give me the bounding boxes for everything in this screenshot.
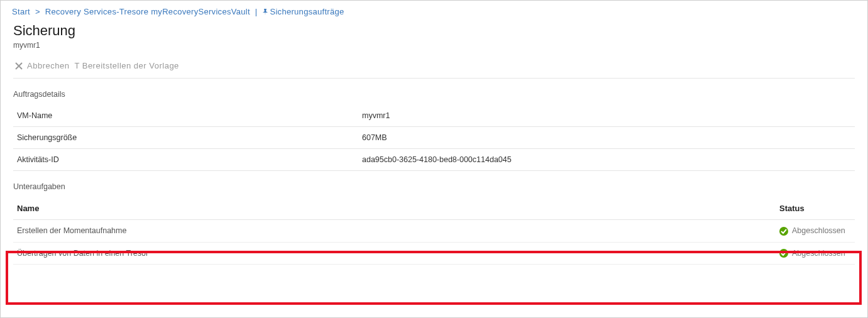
subtasks-col-status[interactable]: Status <box>776 197 855 220</box>
subtask-status-label: Abgeschlossen <box>792 249 845 258</box>
breadcrumb-sep: > <box>34 7 41 16</box>
subtasks-heading: Unteraufgaben <box>13 182 855 191</box>
job-details-value: 607MB <box>358 127 855 149</box>
breadcrumb-item-jobs[interactable]: Sicherungsaufträge <box>261 7 345 16</box>
subtask-status-label: Abgeschlossen <box>792 226 845 235</box>
subtasks-header-row: Name Status <box>13 197 855 220</box>
subtask-name: Übertragen von Daten in einen Tresor <box>13 242 776 265</box>
subtask-row[interactable]: Erstellen der Momentaufnahme Abgeschloss… <box>13 220 855 243</box>
job-details-table: VM-Namemyvmr1 Sicherungsgröße607MB Aktiv… <box>13 105 855 171</box>
job-details-value: myvmr1 <box>358 105 855 127</box>
close-icon <box>14 62 23 70</box>
page-frame: Start > Recovery Services-TresoremyRecov… <box>0 0 868 318</box>
cancel-button-label: Abbrechen <box>27 61 69 70</box>
success-check-icon <box>779 227 788 236</box>
pin-icon <box>262 9 268 15</box>
subtask-status-cell: Abgeschlossen <box>776 242 855 265</box>
cancel-button[interactable]: Abbrechen <box>14 61 69 70</box>
job-details-key: Sicherungsgröße <box>13 127 358 149</box>
subtask-name: Erstellen der Momentaufnahme <box>13 220 776 243</box>
breadcrumb-item-start[interactable]: Start <box>11 7 31 16</box>
page-title: Sicherung <box>13 23 855 39</box>
job-details-row: Aktivitäts-IDada95cb0-3625-4180-bed8-000… <box>13 149 855 171</box>
deploy-template-button[interactable]: T Bereitstellen der Vorlage <box>74 61 179 70</box>
breadcrumb: Start > Recovery Services-TresoremyRecov… <box>11 7 855 16</box>
job-details-row: Sicherungsgröße607MB <box>13 127 855 149</box>
subtask-status-cell: Abgeschlossen <box>776 220 855 243</box>
success-check-icon <box>779 249 788 258</box>
breadcrumb-item-vault-name[interactable]: myRecoveryServicesVault <box>150 7 251 16</box>
job-details-value: ada95cb0-3625-4180-bed8-000c114da045 <box>358 149 855 171</box>
subtask-row[interactable]: Übertragen von Daten in einen Tresor Abg… <box>13 242 855 265</box>
breadcrumb-item-vaults[interactable]: Recovery Services-Tresore <box>44 7 150 16</box>
job-details-key: Aktivitäts-ID <box>13 149 358 171</box>
command-bar: Abbrechen T Bereitstellen der Vorlage <box>13 61 855 79</box>
subtasks-col-name[interactable]: Name <box>13 197 776 220</box>
job-details-key: VM-Name <box>13 105 358 127</box>
job-details-heading: Auftragsdetails <box>13 90 855 99</box>
page-subtitle: myvmr1 <box>13 41 855 50</box>
subtasks-table: Name Status Erstellen der Momentaufnahme… <box>13 197 855 265</box>
deploy-template-button-label: T Bereitstellen der Vorlage <box>74 61 179 70</box>
breadcrumb-pipe: | <box>254 7 259 16</box>
breadcrumb-item-jobs-label: Sicherungsaufträge <box>270 7 344 16</box>
job-details-row: VM-Namemyvmr1 <box>13 105 855 127</box>
